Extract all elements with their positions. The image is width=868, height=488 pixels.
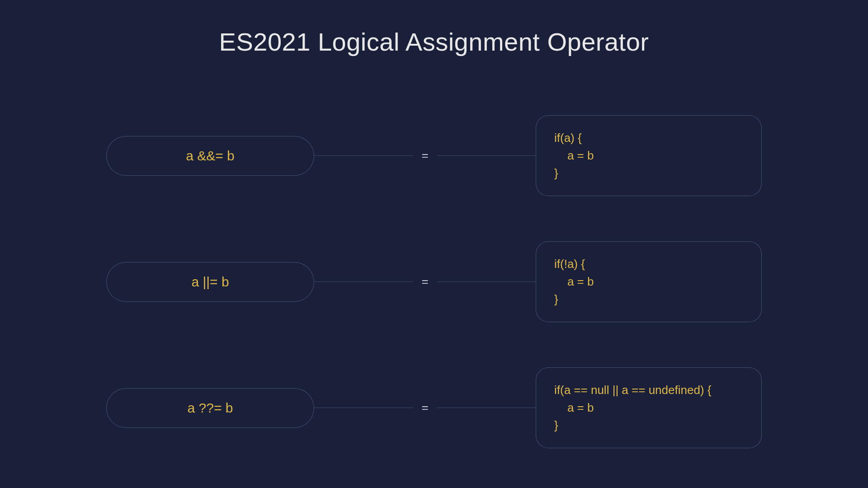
page-title: ES2021 Logical Assignment Operator xyxy=(219,27,649,56)
operator-pill-or: a ||= b xyxy=(106,262,314,302)
operator-pill-and: a &&= b xyxy=(106,136,314,176)
connector: = xyxy=(314,401,536,415)
connector: = xyxy=(314,149,536,163)
connector: = xyxy=(314,275,536,289)
diagram-container: ES2021 Logical Assignment Operator a &&=… xyxy=(0,0,868,488)
equals-sign: = xyxy=(413,275,436,289)
rows-container: a &&= b = if(a) { a = b } a ||= b = if(!… xyxy=(106,115,762,448)
operator-row: a ||= b = if(!a) { a = b } xyxy=(106,241,762,322)
code-box-or: if(!a) { a = b } xyxy=(536,241,762,322)
operator-row: a ??= b = if(a == null || a == undefined… xyxy=(106,367,762,448)
equals-sign: = xyxy=(413,149,436,163)
code-box-nullish: if(a == null || a == undefined) { a = b … xyxy=(536,367,762,448)
operator-pill-nullish: a ??= b xyxy=(106,388,314,428)
code-box-and: if(a) { a = b } xyxy=(536,115,762,196)
equals-sign: = xyxy=(413,401,436,415)
operator-row: a &&= b = if(a) { a = b } xyxy=(106,115,762,196)
